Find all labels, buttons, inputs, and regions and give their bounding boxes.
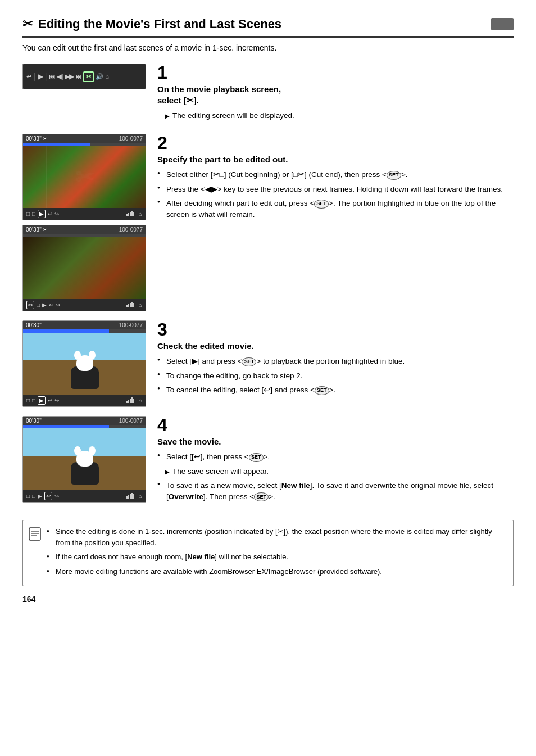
note-icon [29,527,41,580]
step2b-topbar: 00'33" ✂ 100-0077 [23,225,146,234]
page-title: ✂ Editing the Movie's First and Last Sce… [22,17,514,38]
notes-content: Since the editing is done in 1-sec. incr… [47,526,505,580]
step-3-heading: Check the edited movie. [157,341,514,352]
step-2-images: 00'33" ✂ 100-0077 ✂ □ □ ▶ ↩ [22,134,157,311]
ctrl-home: ⌂ [105,73,109,80]
notes-section: Since the editing is done in 1-sec. incr… [22,520,514,586]
step-1-heading: On the movie playback screen,select [✂]. [157,84,514,106]
step-1-content: 1 On the movie playback screen,select [✂… [157,64,514,125]
step-3-content: 3 Check the edited movie. Select [▶] and… [157,320,514,399]
step-4-item-2: The save screen will appear. [157,466,514,477]
step-2-item-2: Press the <◀▶> key to see the previous o… [157,184,514,195]
step2a-image: ✂ [23,146,146,208]
ctrl-skip-fwd: ⏭ [75,73,81,80]
ctrl-ff: ▶▶ [65,73,74,80]
step3-image-area [23,333,146,395]
step-4-number: 4 [157,416,514,434]
step-1-item-1: The editing screen will be displayed. [157,110,514,121]
ctrl-play: ▶ [38,73,43,80]
vol-bar-4 [126,493,134,499]
step3-screenshot: 00'30" 100-0077 [22,320,146,407]
ctrl-slow: ◀| [57,73,63,80]
step-3-item-2: To change the editing, go back to step 2… [157,370,514,382]
step-2-item-3: After deciding which part to edit out, p… [157,198,514,220]
step-3-body: Select [▶] and press <SET> to playback t… [157,356,514,396]
step2a-bottombar: □ □ ▶ ↩ ↪ ⌂ [23,208,146,220]
step2a-screenshot: 00'33" ✂ 100-0077 ✂ □ □ ▶ ↩ [22,134,146,220]
subtitle: You can edit out the first and last scen… [22,43,514,52]
note-item-3: More movie editing functions are availab… [47,566,505,577]
ctrl-skip-back: ⏮ [49,73,55,80]
main-title: Editing the Movie's First and Last Scene… [38,17,281,31]
step-3-item-1: Select [▶] and press <SET> to playback t… [157,356,514,367]
vol-bar [126,211,134,216]
step2a-topbar: 00'33" ✂ 100-0077 [23,134,146,143]
step-1-number: 1 [157,64,514,82]
step2b-bottombar: ✂ □ ▶ ↩ ↪ ⌂ [23,299,146,311]
step1-screenshot: ↩ | ▶ | ⏮ ◀| ▶▶ ⏭ ✂ 🔊 ⌂ [22,64,146,89]
step-1-row: ↩ | ▶ | ⏮ ◀| ▶▶ ⏭ ✂ 🔊 ⌂ 1 On the movie p… [22,64,514,125]
step-3-item-3: To cancel the editing, select [↩] and pr… [157,384,514,396]
step-4-heading: Save the movie. [157,436,514,447]
step4-bottombar: □ □ ▶ ↩ ↪ ⌂ [23,490,146,502]
page-number: 164 [22,595,514,604]
note-item-1: Since the editing is done in 1-sec. incr… [47,526,505,548]
title-color-bar [491,18,514,30]
vol-bar-2b [126,302,134,307]
step-4-image: 00'30" 100-0077 [22,416,157,503]
step-1-body: The editing screen will be displayed. [157,110,514,121]
steps-container: ↩ | ▶ | ⏮ ◀| ▶▶ ⏭ ✂ 🔊 ⌂ 1 On the movie p… [22,64,514,514]
dog-figure [71,366,99,389]
step-3-image: 00'30" 100-0077 [22,320,157,407]
step-4-item-1: Select [[↩], then press <SET>. [157,451,514,463]
step-1-image: ↩ | ▶ | ⏮ ◀| ▶▶ ⏭ ✂ 🔊 ⌂ [22,64,157,125]
ctrl-back: ↩ [26,73,31,80]
svg-rect-0 [29,528,40,540]
step3-bottombar: □ □ ▶ ↩ ↪ ⌂ [23,395,146,406]
step4-topbar: 00'30" 100-0077 [23,417,146,425]
step-2-row: 00'33" ✂ 100-0077 ✂ □ □ ▶ ↩ [22,134,514,311]
step2b-image [23,237,146,299]
step-3-row: 00'30" 100-0077 [22,320,514,407]
step-2-body: Select either [✂□] (Cut beginning) or [□… [157,169,514,220]
vol-bar-3 [126,397,134,403]
step3-topbar: 00'30" 100-0077 [23,321,146,329]
step-3-number: 3 [157,320,514,338]
note-item-2: If the card does not have enough room, [… [47,551,505,563]
step-2-number: 2 [157,134,514,152]
step4-image-area [23,428,146,490]
ctrl-mic: 🔊 [96,73,103,80]
step-4-item-3: To save it as a new movie, select [New f… [157,480,514,502]
dog-figure-2 [71,462,99,485]
step-4-row: 00'30" 100-0077 [22,416,514,506]
ctrl-scissors-active: ✂ [83,71,94,82]
step-2-item-1: Select either [✂□] (Cut beginning) or [□… [157,169,514,180]
scissors-icon: ✂ [22,17,33,31]
step-4-content: 4 Save the movie. Select [[↩], then pres… [157,416,514,506]
step4-screenshot: 00'30" 100-0077 [22,416,146,503]
step2b-screenshot: 00'33" ✂ 100-0077 ✂ □ ▶ ↩ ↪ [22,225,146,311]
step-2-heading: Specify the part to be edited out. [157,154,514,165]
step-4-body: Select [[↩], then press <SET>. The save … [157,451,514,502]
step-2-content: 2 Specify the part to be edited out. Sel… [157,134,514,224]
